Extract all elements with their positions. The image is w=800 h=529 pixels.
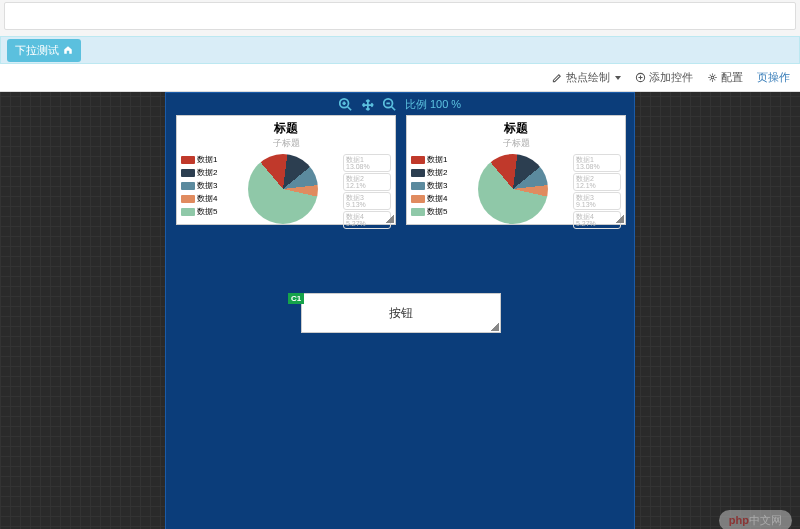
legend-swatch bbox=[181, 195, 195, 203]
home-icon bbox=[63, 45, 73, 55]
legend-swatch bbox=[411, 169, 425, 177]
callout-label: 数据39.13% bbox=[573, 192, 621, 210]
chart-callouts: 数据113.08%数据212.1%数据39.13%数据45.27% bbox=[573, 150, 621, 228]
legend-swatch bbox=[411, 156, 425, 164]
toolbar: 热点绘制 添加控件 配置 页操作 bbox=[0, 64, 800, 92]
chart-title: 标题 bbox=[411, 120, 621, 137]
legend-swatch bbox=[411, 195, 425, 203]
page-ops-button[interactable]: 页操作 bbox=[757, 70, 790, 85]
legend-item: 数据5 bbox=[411, 206, 453, 217]
chart-legend: 数据1数据2数据3数据4数据5 bbox=[411, 150, 453, 228]
pie-chart bbox=[248, 154, 318, 224]
pie-wrap bbox=[223, 150, 343, 228]
legend-swatch bbox=[181, 169, 195, 177]
chart-legend: 数据1数据2数据3数据4数据5 bbox=[181, 150, 223, 228]
page-ops-label: 页操作 bbox=[757, 70, 790, 85]
add-widget-button[interactable]: 添加控件 bbox=[635, 70, 693, 85]
legend-label: 数据1 bbox=[197, 154, 217, 165]
config-label: 配置 bbox=[721, 70, 743, 85]
chart-subtitle: 子标题 bbox=[181, 137, 391, 150]
legend-item: 数据1 bbox=[181, 154, 223, 165]
hotspot-draw-button[interactable]: 热点绘制 bbox=[552, 70, 621, 85]
resize-handle[interactable] bbox=[491, 323, 499, 331]
pie-chart bbox=[478, 154, 548, 224]
breadcrumb-button[interactable]: 下拉测试 bbox=[7, 39, 81, 62]
pie-chart-widget-1[interactable]: 标题 子标题 数据1数据2数据3数据4数据5 数据113.08%数据212.1%… bbox=[176, 115, 396, 225]
pie-chart-widget-2[interactable]: 标题 子标题 数据1数据2数据3数据4数据5 数据113.08%数据212.1%… bbox=[406, 115, 626, 225]
legend-label: 数据4 bbox=[427, 193, 447, 204]
plus-circle-icon bbox=[635, 72, 646, 83]
widget-tag: C1 bbox=[288, 293, 304, 304]
workspace: 比例 100 % 标题 子标题 数据1数据2数据3数据4数据5 数据113.08… bbox=[0, 92, 800, 529]
legend-label: 数据2 bbox=[197, 167, 217, 178]
callout-label: 数据45.27% bbox=[573, 211, 621, 229]
zoom-bar: 比例 100 % bbox=[339, 97, 461, 112]
add-widget-label: 添加控件 bbox=[649, 70, 693, 85]
legend-label: 数据3 bbox=[197, 180, 217, 191]
legend-item: 数据4 bbox=[181, 193, 223, 204]
edit-icon bbox=[552, 72, 563, 83]
legend-label: 数据5 bbox=[427, 206, 447, 217]
legend-item: 数据2 bbox=[181, 167, 223, 178]
callout-label: 数据39.13% bbox=[343, 192, 391, 210]
caret-down-icon bbox=[615, 76, 621, 80]
legend-item: 数据3 bbox=[411, 180, 453, 191]
legend-item: 数据1 bbox=[411, 154, 453, 165]
watermark-rest: 中文网 bbox=[749, 513, 782, 528]
legend-swatch bbox=[181, 208, 195, 216]
pie-wrap bbox=[453, 150, 573, 228]
breadcrumb: 下拉测试 bbox=[0, 36, 800, 64]
zoom-label: 比例 100 % bbox=[405, 97, 461, 112]
legend-label: 数据1 bbox=[427, 154, 447, 165]
watermark-pill: php中文网 bbox=[719, 510, 792, 529]
zoom-out-icon[interactable] bbox=[383, 98, 397, 112]
config-button[interactable]: 配置 bbox=[707, 70, 743, 85]
legend-swatch bbox=[411, 208, 425, 216]
hotspot-label: 热点绘制 bbox=[566, 70, 610, 85]
legend-swatch bbox=[181, 182, 195, 190]
watermark-accent: php bbox=[729, 514, 749, 526]
legend-label: 数据3 bbox=[427, 180, 447, 191]
callout-label: 数据45.27% bbox=[343, 211, 391, 229]
resize-handle[interactable] bbox=[616, 215, 624, 223]
canvas[interactable]: 比例 100 % 标题 子标题 数据1数据2数据3数据4数据5 数据113.08… bbox=[165, 92, 635, 529]
button-label: 按钮 bbox=[389, 305, 413, 322]
legend-item: 数据3 bbox=[181, 180, 223, 191]
legend-swatch bbox=[181, 156, 195, 164]
legend-label: 数据2 bbox=[427, 167, 447, 178]
chart-title: 标题 bbox=[181, 120, 391, 137]
legend-label: 数据4 bbox=[197, 193, 217, 204]
callout-label: 数据212.1% bbox=[343, 173, 391, 191]
chart-callouts: 数据113.08%数据212.1%数据39.13%数据45.27% bbox=[343, 150, 391, 228]
legend-swatch bbox=[411, 182, 425, 190]
watermark: php中文网 bbox=[719, 510, 792, 529]
callout-label: 数据212.1% bbox=[573, 173, 621, 191]
callout-label: 数据113.08% bbox=[343, 154, 391, 172]
zoom-in-icon[interactable] bbox=[339, 98, 353, 112]
move-icon[interactable] bbox=[361, 98, 375, 112]
resize-handle[interactable] bbox=[386, 215, 394, 223]
svg-point-1 bbox=[711, 76, 714, 79]
chart-body: 数据1数据2数据3数据4数据5 数据113.08%数据212.1%数据39.13… bbox=[411, 150, 621, 228]
callout-label: 数据113.08% bbox=[573, 154, 621, 172]
chart-subtitle: 子标题 bbox=[411, 137, 621, 150]
search-bar[interactable] bbox=[4, 2, 796, 30]
chart-body: 数据1数据2数据3数据4数据5 数据113.08%数据212.1%数据39.13… bbox=[181, 150, 391, 228]
legend-label: 数据5 bbox=[197, 206, 217, 217]
legend-item: 数据2 bbox=[411, 167, 453, 178]
button-widget[interactable]: C1 按钮 bbox=[301, 293, 501, 333]
legend-item: 数据5 bbox=[181, 206, 223, 217]
legend-item: 数据4 bbox=[411, 193, 453, 204]
gear-icon bbox=[707, 72, 718, 83]
breadcrumb-label: 下拉测试 bbox=[15, 43, 59, 58]
